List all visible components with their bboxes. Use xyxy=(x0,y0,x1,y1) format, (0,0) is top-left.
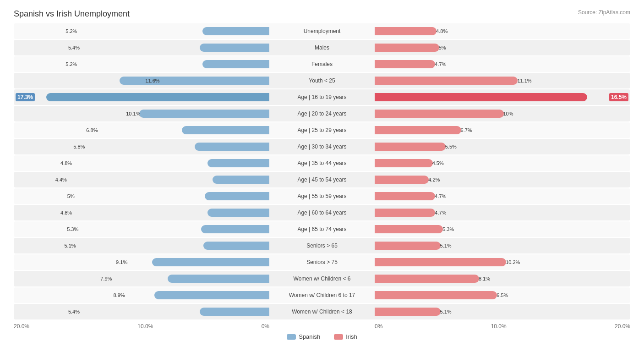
center-label: Youth < 25 xyxy=(272,77,372,84)
bar-row: 7.9% Women w/ Children < 6 8.1% xyxy=(14,271,630,286)
bar-row: 6.8% Age | 25 to 29 years 6.7% xyxy=(14,122,630,138)
legend-irish: Irish xyxy=(334,333,357,340)
source-text: Source: ZipAtlas.com xyxy=(578,9,630,16)
right-section: 9.5% xyxy=(372,287,630,303)
val-left: 9.1% xyxy=(116,259,130,265)
center-label: Age | 25 to 29 years xyxy=(272,127,372,133)
bar-pink xyxy=(375,143,446,151)
val-right: 5.5% xyxy=(443,144,457,149)
legend-swatch-irish xyxy=(334,334,343,340)
left-section: 5.2% xyxy=(14,56,272,72)
val-left: 5.3% xyxy=(67,226,81,232)
center-label: Age | 45 to 54 years xyxy=(272,176,372,183)
bar-pink xyxy=(375,242,441,250)
row-layout: 5.1% Seniors > 65 5.1% xyxy=(14,238,630,253)
val-left: 10.1% xyxy=(126,111,143,116)
bar-blue xyxy=(152,258,269,266)
val-left: 6.8% xyxy=(86,127,100,133)
center-label: Age | 20 to 24 years xyxy=(272,110,372,117)
bar-row: 10.1% Age | 20 to 24 years 10% xyxy=(14,106,630,121)
bar-pink xyxy=(375,192,435,200)
val-right: 4.2% xyxy=(426,177,440,182)
row-layout: 9.1% Seniors > 75 10.2% xyxy=(14,254,630,270)
right-section: 4.8% xyxy=(372,23,630,39)
val-right: 8.1% xyxy=(477,276,490,281)
chart-area: 5.2% Unemployment 4.8% 5.4% Males 5% xyxy=(14,23,630,319)
bar-row: 5.1% Seniors > 65 5.1% xyxy=(14,238,630,253)
right-section: 10.2% xyxy=(372,254,630,270)
row-layout: 4.8% Age | 60 to 64 years 4.7% xyxy=(14,205,630,220)
bar-pink xyxy=(375,110,504,118)
row-layout: 7.9% Women w/ Children < 6 8.1% xyxy=(14,271,630,286)
bar-pink xyxy=(375,159,433,167)
val-right: 5.3% xyxy=(441,226,454,232)
val-left: 8.9% xyxy=(113,292,127,298)
bar-blue xyxy=(168,275,269,283)
right-section: 4.5% xyxy=(372,155,630,171)
val-right: 4.7% xyxy=(433,61,446,67)
axis-label-20-left: 20.0% xyxy=(14,323,29,330)
bar-blue-highlight xyxy=(46,93,269,101)
legend-swatch-spanish xyxy=(287,334,296,340)
bar-row: 4.8% Age | 60 to 64 years 4.7% xyxy=(14,205,630,220)
axis-label-0-right: 0% xyxy=(375,323,382,330)
left-section: 5.4% xyxy=(14,304,272,319)
bar-blue xyxy=(201,225,269,233)
val-right: 4.7% xyxy=(433,193,446,199)
val-left: 4.8% xyxy=(60,210,75,215)
val-left: 5.4% xyxy=(68,309,82,314)
row-layout: 8.9% Women w/ Children 6 to 17 9.5% xyxy=(14,287,630,303)
row-layout: 5% Age | 55 to 59 years 4.7% xyxy=(14,188,630,204)
val-left: 5.2% xyxy=(65,61,80,67)
val-right: 4.7% xyxy=(433,210,446,215)
bar-blue xyxy=(202,60,269,68)
bar-row: 11.6% Youth < 25 11.1% xyxy=(14,73,630,88)
bar-row: 5.2% Females 4.7% xyxy=(14,56,630,72)
axis-label-0-left: 0% xyxy=(262,323,269,330)
bar-pink xyxy=(375,209,435,217)
row-layout: 5.8% Age | 30 to 34 years 5.5% xyxy=(14,139,630,154)
row-layout: 11.6% Youth < 25 11.1% xyxy=(14,73,630,88)
bar-pink xyxy=(375,291,497,299)
center-label: Age | 35 to 44 years xyxy=(272,160,372,166)
bar-pink xyxy=(375,176,429,184)
row-layout: 5.4% Males 5% xyxy=(14,40,630,55)
axis-label-10-left: 10.0% xyxy=(137,323,153,330)
val-left: 11.6% xyxy=(145,78,162,83)
center-label: Women w/ Children < 6 xyxy=(272,275,372,282)
val-left: 4.8% xyxy=(60,160,75,166)
bar-blue xyxy=(200,308,269,316)
bar-row: 8.9% Women w/ Children 6 to 17 9.5% xyxy=(14,287,630,303)
bar-blue xyxy=(120,77,269,85)
left-section: 7.9% xyxy=(14,271,272,286)
center-label: Age | 60 to 64 years xyxy=(272,209,372,216)
right-section: 5.3% xyxy=(372,221,630,237)
chart-container: Spanish vs Irish Unemployment Source: Zi… xyxy=(0,0,644,347)
right-section: 5% xyxy=(372,40,630,55)
val-left: 5% xyxy=(67,193,77,199)
bar-blue xyxy=(195,143,269,151)
bar-row: 5.4% Males 5% xyxy=(14,40,630,55)
center-label: Unemployment xyxy=(272,28,372,34)
center-label: Females xyxy=(272,61,372,67)
bar-pink xyxy=(375,60,435,68)
bar-pink xyxy=(375,27,437,35)
right-section: 4.7% xyxy=(372,188,630,204)
bar-blue xyxy=(182,126,269,134)
legend-label-irish: Irish xyxy=(346,333,357,340)
bar-pink xyxy=(375,275,479,283)
bar-row: 5.8% Age | 30 to 34 years 5.5% xyxy=(14,139,630,154)
left-section: 8.9% xyxy=(14,287,272,303)
left-section: 6.8% xyxy=(14,122,272,138)
left-section: 5.4% xyxy=(14,40,272,55)
right-section: 4.7% xyxy=(372,56,630,72)
val-right: 10% xyxy=(502,111,513,116)
legend-label-spanish: Spanish xyxy=(299,333,320,340)
bar-pink xyxy=(375,44,439,52)
right-section: 4.7% xyxy=(372,205,630,220)
axis-label-10-right: 10.0% xyxy=(491,323,507,330)
val-left: 5.1% xyxy=(65,243,79,248)
right-section: 11.1% xyxy=(372,73,630,88)
left-section: 9.1% xyxy=(14,254,272,270)
axis-left: 20.0% 10.0% 0% xyxy=(14,323,272,330)
